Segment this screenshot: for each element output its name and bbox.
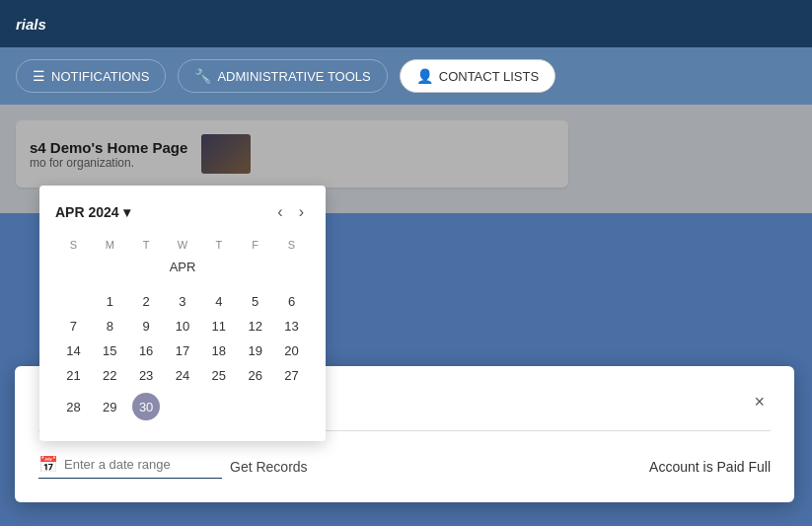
wrench-icon: 🔧 <box>194 68 211 84</box>
calendar-icon: 📅 <box>38 455 58 474</box>
prev-month-button[interactable]: ‹ <box>271 201 288 223</box>
notifications-label: NOTIFICATIONS <box>51 69 149 84</box>
calendar-day[interactable]: 24 <box>165 363 201 388</box>
admin-tools-button[interactable]: 🔧 ADMINISTRATIVE TOOLS <box>178 59 387 93</box>
calendar-day[interactable]: 27 <box>273 363 310 388</box>
calendar-day[interactable]: 8 <box>92 314 128 338</box>
calendar-day[interactable]: 30 <box>128 388 165 425</box>
calendar-day[interactable]: 28 <box>55 388 92 425</box>
calendar-day[interactable]: 20 <box>273 338 310 363</box>
calendar-month-year: APR 2024 <box>55 204 119 220</box>
calendar-week-row: 123456 <box>55 289 310 314</box>
calendar-day <box>273 279 310 289</box>
day-header-tue: T <box>128 235 165 255</box>
calendar-month-section: APR <box>55 255 310 279</box>
calendar-day[interactable]: 26 <box>237 363 273 388</box>
contact-lists-button[interactable]: 👤 CONTACT LISTS <box>400 59 555 93</box>
calendar-day <box>200 388 237 425</box>
calendar-day <box>165 279 201 289</box>
date-range-input[interactable] <box>64 457 222 472</box>
calendar-grid: S M T W T F S APR12345678910111213141516… <box>55 235 310 425</box>
menu-icon: ☰ <box>33 68 45 84</box>
calendar-day[interactable]: 16 <box>128 338 165 363</box>
calendar-popup: APR 2024 ▾ ‹ › S M T W T F S <box>39 186 326 441</box>
calendar-week-row: 282930 <box>55 388 310 425</box>
calendar-nav: ‹ › <box>271 201 310 223</box>
day-header-mon: M <box>92 235 128 255</box>
calendar-day <box>55 289 92 314</box>
calendar-day[interactable]: 7 <box>55 314 92 338</box>
calendar-day[interactable]: 21 <box>55 363 92 388</box>
calendar-day[interactable]: 23 <box>128 363 165 388</box>
calendar-week-row: 14151617181920 <box>55 338 310 363</box>
calendar-week-row: 21222324252627 <box>55 363 310 388</box>
calendar-day[interactable]: 5 <box>237 289 273 314</box>
calendar-day <box>200 279 237 289</box>
calendar-day[interactable]: 10 <box>165 314 201 338</box>
button-bar: ☰ NOTIFICATIONS 🔧 ADMINISTRATIVE TOOLS 👤… <box>0 47 812 105</box>
calendar-day[interactable]: 13 <box>273 314 310 338</box>
day-header-sat: S <box>273 235 310 255</box>
top-nav-bar: rials <box>0 0 812 47</box>
calendar-day[interactable]: 9 <box>128 314 165 338</box>
calendar-day <box>237 279 273 289</box>
dropdown-icon: ▾ <box>123 204 130 220</box>
day-header-sun: S <box>55 235 92 255</box>
calendar-day[interactable]: 11 <box>200 314 237 338</box>
get-records-button[interactable]: Get Records <box>230 459 308 475</box>
calendar-day[interactable]: 4 <box>200 289 237 314</box>
calendar-day[interactable]: 25 <box>200 363 237 388</box>
admin-tools-label: ADMINISTRATIVE TOOLS <box>217 69 370 84</box>
calendar-day[interactable]: 1 <box>92 289 128 314</box>
calendar-month-label: APR 2024 ▾ <box>55 204 130 220</box>
notifications-button[interactable]: ☰ NOTIFICATIONS <box>16 59 166 93</box>
calendar-day[interactable]: 15 <box>92 338 128 363</box>
calendar-day <box>237 388 273 425</box>
calendar-day[interactable]: 12 <box>237 314 273 338</box>
contact-icon: 👤 <box>416 68 433 84</box>
next-month-button[interactable]: › <box>293 201 310 223</box>
app-title: rials <box>16 16 46 33</box>
date-input-wrap[interactable]: 📅 <box>38 455 222 479</box>
calendar-day <box>55 279 92 289</box>
calendar-week-row: 78910111213 <box>55 314 310 338</box>
calendar-day <box>165 388 201 425</box>
calendar-day[interactable]: 3 <box>165 289 201 314</box>
calendar-day[interactable]: 22 <box>92 363 128 388</box>
calendar-day[interactable]: 14 <box>55 338 92 363</box>
close-button[interactable]: × <box>748 390 771 414</box>
calendar-header: APR 2024 ▾ ‹ › <box>55 201 310 223</box>
day-header-thu: T <box>200 235 237 255</box>
calendar-day[interactable]: 29 <box>92 388 128 425</box>
calendar-week-row <box>55 279 310 289</box>
content-area: s4 Demo's Home Page mo for organization.… <box>0 105 812 213</box>
contact-lists-label: CONTACT LISTS <box>439 69 539 84</box>
account-status: Account is Paid Full <box>649 459 771 475</box>
calendar-day <box>92 279 128 289</box>
day-header-fri: F <box>237 235 273 255</box>
calendar-day[interactable]: 19 <box>237 338 273 363</box>
calendar-day[interactable]: 18 <box>200 338 237 363</box>
calendar-day-headers: S M T W T F S <box>55 235 310 255</box>
billing-footer: 📅 Get Records Account is Paid Full <box>38 447 771 479</box>
calendar-day[interactable]: 17 <box>165 338 201 363</box>
day-header-wed: W <box>165 235 201 255</box>
calendar-day[interactable]: 2 <box>128 289 165 314</box>
calendar-day[interactable]: 6 <box>273 289 310 314</box>
calendar-day <box>128 279 165 289</box>
date-input-area: 📅 Get Records <box>38 455 308 479</box>
calendar-day <box>273 388 310 425</box>
